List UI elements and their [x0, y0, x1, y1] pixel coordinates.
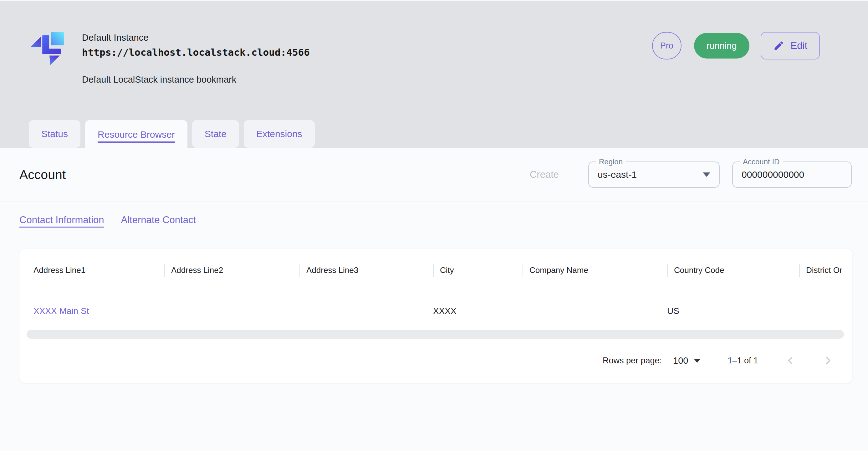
- column-separator: [799, 264, 800, 277]
- row-link[interactable]: XXXX Main St: [33, 306, 89, 316]
- localstack-logo-icon: [30, 31, 65, 66]
- pagination-range: 1–1 of 1: [727, 356, 758, 366]
- column-header-address-line1[interactable]: Address Line1: [33, 265, 164, 275]
- cell-address-line1: XXXX Main St: [33, 306, 164, 316]
- next-page-button[interactable]: [823, 355, 833, 366]
- column-separator: [523, 264, 523, 277]
- column-separator: [300, 264, 300, 277]
- account-id-input[interactable]: [742, 169, 842, 180]
- instance-url: https://localhost.localstack.cloud:4566: [82, 47, 310, 58]
- column-header-district[interactable]: District Or: [799, 264, 852, 277]
- rows-per-page-value: 100: [673, 356, 688, 366]
- edit-button[interactable]: Edit: [761, 32, 820, 59]
- table-row[interactable]: XXXX Main St XXXX US: [20, 292, 852, 330]
- column-header-address-line3[interactable]: Address Line3: [300, 264, 433, 277]
- edit-button-label: Edit: [791, 40, 807, 51]
- localstack-app-window: Default Instance https://localhost.local…: [0, 0, 868, 451]
- horizontal-scrollbar[interactable]: [27, 330, 844, 339]
- column-separator: [667, 264, 668, 277]
- chevron-down-icon: [703, 173, 710, 177]
- chevron-left-icon: [785, 355, 796, 366]
- status-badge: running: [694, 33, 749, 59]
- main-tab-bar: Status Resource Browser State Extensions: [29, 120, 315, 149]
- create-button[interactable]: Create: [530, 169, 559, 180]
- account-id-label: Account ID: [740, 157, 782, 166]
- instance-title-block: Default Instance https://localhost.local…: [82, 33, 310, 58]
- page-title: Account: [20, 168, 66, 182]
- data-grid-card: Address Line1 Address Line2 Address Line…: [20, 248, 852, 383]
- cell-city: XXXX: [433, 306, 523, 316]
- instance-actions: Pro running Edit: [652, 31, 820, 60]
- chevron-right-icon: [823, 355, 833, 366]
- table-header-row: Address Line1 Address Line2 Address Line…: [20, 248, 852, 292]
- resource-browser-panel: Account Create Region us-east-1 Account …: [0, 148, 868, 451]
- instance-name: Default Instance: [82, 33, 310, 43]
- chevron-down-icon: [694, 359, 701, 363]
- instance-description: Default LocalStack instance bookmark: [82, 74, 236, 85]
- pencil-icon: [773, 40, 784, 51]
- cell-country-code: US: [667, 306, 799, 316]
- sub-tab-bar: Contact Information Alternate Contact: [0, 202, 868, 238]
- rows-per-page-label: Rows per page:: [603, 356, 662, 366]
- previous-page-button[interactable]: [785, 355, 796, 366]
- region-select[interactable]: Region us-east-1: [588, 161, 720, 188]
- subtab-contact-information[interactable]: Contact Information: [20, 214, 104, 226]
- column-separator: [164, 264, 165, 277]
- rows-per-page-select[interactable]: 100: [673, 356, 701, 366]
- column-separator: [433, 264, 434, 277]
- pagination-bar: Rows per page: 100 1–1 of 1: [20, 339, 852, 383]
- region-select-value: us-east-1: [598, 169, 637, 180]
- subtab-divider: [0, 238, 868, 238]
- pro-badge: Pro: [652, 32, 682, 59]
- tab-status[interactable]: Status: [29, 120, 81, 148]
- region-select-label: Region: [596, 157, 626, 166]
- tab-extensions[interactable]: Extensions: [244, 120, 315, 148]
- tab-resource-browser[interactable]: Resource Browser: [85, 120, 187, 149]
- column-header-city[interactable]: City: [433, 264, 523, 277]
- instance-header: Default Instance https://localhost.local…: [0, 0, 868, 120]
- tab-state[interactable]: State: [192, 120, 239, 148]
- column-header-country-code[interactable]: Country Code: [667, 264, 799, 277]
- account-id-field: Account ID: [732, 161, 852, 188]
- resource-header: Account Create Region us-east-1 Account …: [0, 148, 868, 202]
- subtab-alternate-contact[interactable]: Alternate Contact: [121, 214, 196, 226]
- column-header-address-line2[interactable]: Address Line2: [164, 264, 300, 277]
- column-header-company-name[interactable]: Company Name: [523, 264, 667, 277]
